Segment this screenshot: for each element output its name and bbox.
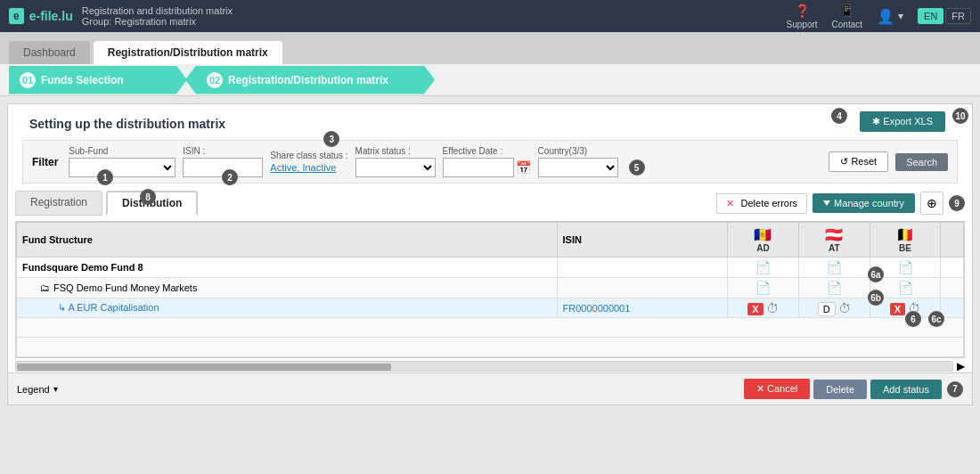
inner-tab-bar: Registration Distribution 8 ✕ Delete err… <box>15 191 965 216</box>
clock-icon-at[interactable]: ⏱ <box>838 301 851 315</box>
support-icon: ❓ <box>795 4 810 18</box>
header-actions: ❓ Support 📱 Contact 👤 ▾ EN FR <box>787 4 971 29</box>
country-select[interactable] <box>538 158 618 177</box>
app-title: Registration and distribution matrix Gro… <box>82 5 233 27</box>
fund-at-cell: 📄 <box>798 257 870 278</box>
status-d-at[interactable]: D <box>818 302 836 316</box>
x-icon: ✕ <box>726 198 737 208</box>
filter-label: Filter <box>32 156 58 168</box>
section-title-row: Setting up the distribution matrix ? ✱ E… <box>8 104 972 140</box>
tab-group: Registration Distribution <box>15 191 198 216</box>
main-content: Setting up the distribution matrix ? ✱ E… <box>7 103 973 405</box>
subfund-isin-cell <box>557 278 728 298</box>
callout-6b: 6b <box>868 290 884 306</box>
step1-label: Funds Selection <box>41 74 124 86</box>
app-header: e e-file.lu Registration and distributio… <box>0 0 980 32</box>
step-1[interactable]: 01 Funds Selection <box>9 66 187 94</box>
tab-registration[interactable]: Registration <box>15 191 102 216</box>
share-class-options[interactable]: Active, Inactive <box>270 162 347 173</box>
status-x-be[interactable]: X <box>890 303 905 315</box>
hscroll-right[interactable]: ▶ <box>957 360 965 372</box>
matrix-status-filter: Matrix status : <box>355 146 436 177</box>
tab-dashboard[interactable]: Dashboard <box>9 41 90 64</box>
sheet-icon: 📄 <box>755 260 771 274</box>
user-icon: 👤 <box>877 8 894 25</box>
move-icon: ⊕ <box>927 196 937 210</box>
sheet-icon: 📄 <box>898 260 913 274</box>
subfund-name-cell: 🗂 FSQ Demo Fund Money Markets <box>17 278 558 298</box>
main-tab-bar: Dashboard Registration/Distribution matr… <box>0 32 980 64</box>
reset-button[interactable]: ↺ Reset <box>829 151 888 172</box>
fund-name-cell: Fundsquare Demo Fund 8 <box>17 257 558 278</box>
callout-4: 4 <box>831 108 847 124</box>
logo[interactable]: e e-file.lu <box>9 8 73 24</box>
move-button[interactable]: ⊕ <box>920 192 943 215</box>
fund-isin-cell <box>557 257 728 278</box>
callout-7: 7 <box>947 381 963 397</box>
table-row: 🗂 FSQ Demo Fund Money Markets 📄 📄 <box>17 278 964 298</box>
support-label: Support <box>787 20 818 29</box>
manage-country-button[interactable]: Manage country <box>813 193 915 213</box>
user-menu[interactable]: 👤 ▾ <box>877 8 903 25</box>
subfund-label: Sub-Fund <box>69 146 176 156</box>
legend-button[interactable]: Legend ▾ <box>17 384 58 395</box>
hscroll-track[interactable] <box>15 361 953 372</box>
effective-date-filter: Effective Date : 📅 <box>443 146 531 177</box>
fund-name: Fundsquare Demo Fund 8 <box>22 262 143 273</box>
share-class-label: Share class status : <box>270 151 347 160</box>
subfund-scroll-cell <box>941 278 964 298</box>
isin-link[interactable]: FR0000000001 <box>563 303 631 314</box>
page-title: Setting up the distribution matrix <box>19 110 236 138</box>
step-2[interactable]: 02 Registration/Distribution matrix <box>185 66 435 94</box>
subfund-select[interactable] <box>69 158 176 177</box>
delete-errors-button[interactable]: ✕ Delete errors <box>716 193 807 214</box>
support-button[interactable]: ❓ Support <box>787 4 818 29</box>
share-name[interactable]: ↳ A EUR Capitalisation <box>22 302 159 313</box>
matrix-status-select[interactable] <box>355 158 436 177</box>
search-button[interactable]: Search <box>895 153 948 171</box>
share-at-cell[interactable]: D ⏱ <box>798 298 870 318</box>
cancel-button[interactable]: ✕ Cancel <box>744 379 810 399</box>
country-header-be: 🇧🇪 BE <box>870 223 941 257</box>
matrix-table: Fund Structure ISIN 🇦🇩 AD 🇦🇹 AT 🇧🇪 <box>16 222 964 357</box>
step2-number: 02 <box>207 72 223 88</box>
hscroll-thumb[interactable] <box>17 364 391 371</box>
sheet-icon: 📄 <box>827 281 842 295</box>
user-dropdown-icon: ▾ <box>898 10 903 22</box>
subfund-filter: Sub-Fund <box>69 146 176 177</box>
contact-button[interactable]: 📱 Contact <box>832 4 862 29</box>
reset-icon: ↺ <box>840 156 851 167</box>
sheet-icon: 📄 <box>827 260 842 274</box>
callout-10: 10 <box>952 108 968 124</box>
add-status-button[interactable]: Add status <box>870 380 942 399</box>
callout-5: 5 <box>629 159 645 176</box>
legend-arrow-icon: ▾ <box>53 384 58 394</box>
table-row: Fundsquare Demo Fund 8 📄 📄 📄 <box>17 257 964 278</box>
callout-3: 3 <box>323 131 339 147</box>
lang-en-button[interactable]: EN <box>918 8 943 24</box>
lang-fr-button[interactable]: FR <box>945 8 971 24</box>
delete-button[interactable]: Delete <box>813 380 867 399</box>
isin-header: ISIN <box>557 223 728 257</box>
country-label: Country(3/3) <box>538 146 618 156</box>
contact-label: Contact <box>832 20 862 29</box>
status-x-ad[interactable]: X <box>747 303 763 315</box>
title-line1: Registration and distribution matrix <box>82 5 233 16</box>
tab-registration-distribution[interactable]: Registration/Distribution matrix <box>94 41 282 64</box>
subfund-icon: 🗂 <box>40 282 50 293</box>
table-row <box>17 338 964 357</box>
table-row <box>17 318 964 338</box>
clock-icon-ad[interactable]: ⏱ <box>766 301 779 315</box>
hscroll-bar: ▶ <box>15 360 965 372</box>
filter-bar: Filter Sub-Fund 1 ISIN : 2 3 Share class… <box>22 140 958 184</box>
share-ad-cell[interactable]: X ⏱ <box>728 298 799 318</box>
calendar-icon[interactable]: 📅 <box>516 160 531 175</box>
effective-date-input[interactable] <box>443 158 514 177</box>
arrow-down-icon <box>823 200 830 206</box>
matrix-status-label: Matrix status : <box>355 146 436 156</box>
export-xls-button[interactable]: ✱ Export XLS <box>860 111 945 132</box>
subfund-name: FSQ Demo Fund Money Markets <box>53 282 197 293</box>
logo-text: e-file.lu <box>29 9 73 23</box>
matrix-table-wrap: Fund Structure ISIN 🇦🇩 AD 🇦🇹 AT 🇧🇪 <box>15 221 965 358</box>
callout-2: 2 <box>222 169 238 185</box>
